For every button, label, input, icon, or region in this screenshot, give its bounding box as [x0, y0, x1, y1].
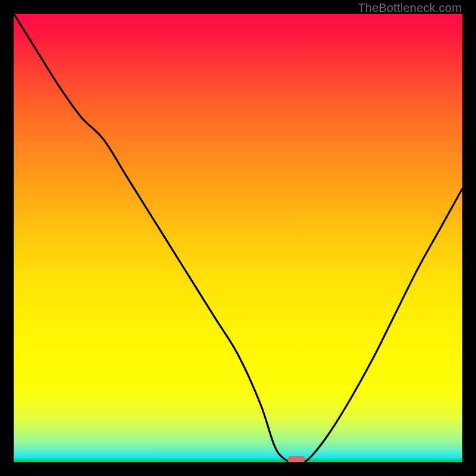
watermark-text: TheBottleneck.com — [358, 1, 462, 15]
bottleneck-curve — [14, 14, 462, 462]
optimal-marker — [287, 456, 305, 462]
plot-area — [14, 14, 462, 462]
chart-frame: TheBottleneck.com — [0, 0, 476, 476]
